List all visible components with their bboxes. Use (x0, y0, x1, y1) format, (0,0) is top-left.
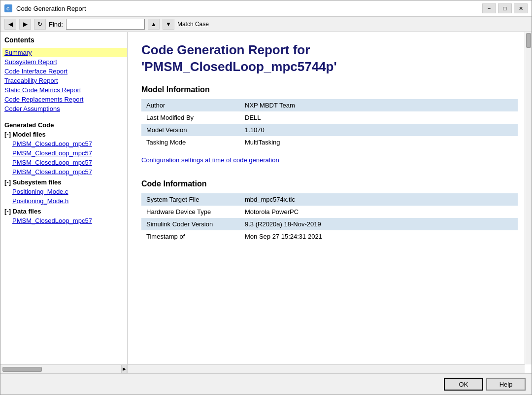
sidebar-scroll-corner: ▶ (121, 364, 127, 373)
content-area: Code Generation Report for 'PMSM_ClosedL… (128, 32, 532, 373)
sidebar-item-code-replacements[interactable]: Code Replacements Report (4, 95, 127, 104)
footer: OK Help (0, 373, 532, 395)
model-info-table: Author NXP MBDT Team Last Modified By DE… (141, 99, 518, 148)
sidebar-item-code-interface[interactable]: Code Interface Report (4, 67, 127, 76)
config-link[interactable]: Configuration settings at time of code g… (141, 156, 279, 164)
report-title-line2: 'PMSM_ClosedLoop_mpc5744p' (141, 59, 337, 74)
find-up-button[interactable]: ▲ (148, 19, 160, 30)
back-button[interactable]: ◀ (4, 19, 16, 30)
table-row: Author NXP MBDT Team (141, 99, 518, 111)
sidebar-item-traceability[interactable]: Traceability Report (4, 76, 127, 85)
table-row: Hardware Device Type Motorola PowerPC (141, 206, 518, 218)
svg-text:C: C (6, 6, 10, 11)
sidebar-item-coder-assumptions[interactable]: Coder Assumptions (4, 104, 127, 113)
sidebar-item-static-code[interactable]: Static Code Metrics Report (4, 85, 127, 95)
table-row: System Target File mbd_mpc574x.tlc (141, 193, 518, 206)
sidebar-scroll: Contents Summary Subsystem Report Code I… (0, 32, 127, 373)
forward-button[interactable]: ▶ (19, 19, 31, 30)
code-info-label-3: Timestamp of (141, 230, 240, 243)
model-file-0[interactable]: PMSM_ClosedLoop_mpc57 (4, 139, 127, 148)
maximize-button[interactable]: □ (498, 3, 512, 13)
data-files-title: [-] Data files (4, 208, 127, 215)
model-file-2[interactable]: PMSM_ClosedLoop_mpc57 (4, 158, 127, 167)
sidebar-hscroll-thumb (2, 367, 42, 372)
table-row: Model Version 1.1070 (141, 124, 518, 136)
sidebar: Contents Summary Subsystem Report Code I… (0, 32, 128, 373)
content-vscroll-thumb (526, 33, 531, 48)
code-info-label-0: System Target File (141, 193, 240, 206)
table-row: Tasking Mode MultiTasking (141, 136, 518, 148)
model-info-value-2: 1.1070 (240, 124, 518, 136)
subsystem-file-0[interactable]: Positioning_Mode.c (4, 187, 127, 196)
report-title: Code Generation Report for 'PMSM_ClosedL… (141, 42, 518, 75)
content-scrollbar-h[interactable] (128, 364, 525, 373)
model-file-1[interactable]: PMSM_ClosedLoop_mpc57 (4, 148, 127, 158)
table-row: Last Modified By DELL (141, 111, 518, 124)
model-info-title: Model Information (141, 85, 518, 94)
ok-button[interactable]: OK (444, 378, 483, 391)
code-info-table: System Target File mbd_mpc574x.tlc Hardw… (141, 193, 518, 243)
match-case-label[interactable]: Match Case (177, 21, 209, 28)
title-bar: C Code Generation Report − □ ✕ (0, 0, 532, 17)
report-title-line1: Code Generation Report for (141, 42, 310, 57)
sidebar-item-summary[interactable]: Summary (2, 48, 127, 57)
close-button[interactable]: ✕ (514, 3, 528, 13)
contents-title: Contents (4, 36, 127, 44)
main-area: Contents Summary Subsystem Report Code I… (0, 32, 532, 373)
code-info-label-1: Hardware Device Type (141, 206, 240, 218)
generated-code-title: Generated Code (4, 121, 127, 129)
model-info-value-0: NXP MBDT Team (240, 99, 518, 111)
toolbar: ◀ ▶ ↻ Find: ▲ ▼ Match Case (0, 17, 532, 32)
minimize-button[interactable]: − (482, 3, 496, 13)
code-info-value-0: mbd_mpc574x.tlc (240, 193, 518, 206)
code-info-title: Code Information (141, 180, 518, 188)
code-info-value-3: Mon Sep 27 15:24:31 2021 (240, 230, 518, 243)
sidebar-scrollbar-h[interactable] (0, 364, 121, 373)
window-icon: C (4, 4, 12, 12)
model-info-label-2: Model Version (141, 124, 240, 136)
window: C Code Generation Report − □ ✕ ◀ ▶ ↻ Fin… (0, 0, 532, 395)
find-label: Find: (49, 21, 63, 28)
find-down-button[interactable]: ▼ (163, 19, 174, 30)
window-controls: − □ ✕ (482, 3, 528, 13)
code-info-value-1: Motorola PowerPC (240, 206, 518, 218)
code-info-value-2: 9.3 (R2020a) 18-Nov-2019 (240, 218, 518, 230)
model-info-value-3: MultiTasking (240, 136, 518, 148)
model-files-title: [-] Model files (4, 131, 127, 138)
model-file-3[interactable]: PMSM_ClosedLoop_mpc57 (4, 167, 127, 177)
code-info-label-2: Simulink Coder Version (141, 218, 240, 230)
subsystem-file-1[interactable]: Positioning_Mode.h (4, 196, 127, 206)
model-info-label-1: Last Modified By (141, 111, 240, 124)
model-info-label-0: Author (141, 99, 240, 111)
data-file-0[interactable]: PMSM_ClosedLoop_mpc57 (4, 216, 127, 225)
subsystem-files-title: [-] Subsystem files (4, 179, 127, 186)
help-button[interactable]: Help (486, 378, 526, 391)
refresh-button[interactable]: ↻ (34, 19, 46, 30)
model-info-value-1: DELL (240, 111, 518, 124)
model-info-label-3: Tasking Mode (141, 136, 240, 148)
table-row: Simulink Coder Version 9.3 (R2020a) 18-N… (141, 218, 518, 230)
sidebar-item-subsystem-report[interactable]: Subsystem Report (4, 57, 127, 67)
table-row: Timestamp of Mon Sep 27 15:24:31 2021 (141, 230, 518, 243)
content-scrollbar-v[interactable] (525, 32, 532, 364)
find-input[interactable] (66, 19, 145, 30)
window-title: Code Generation Report (16, 5, 478, 12)
content-scroll[interactable]: Code Generation Report for 'PMSM_ClosedL… (128, 32, 532, 373)
